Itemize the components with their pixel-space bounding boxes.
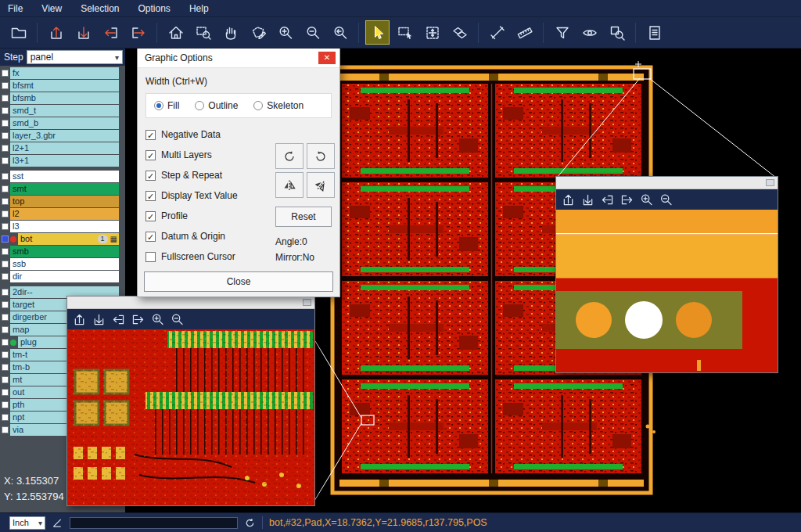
zoom-out-button[interactable]	[656, 191, 675, 208]
ruler-button[interactable]	[512, 20, 537, 45]
zoom-window-button[interactable]	[191, 20, 215, 45]
import-up-button[interactable]	[44, 20, 68, 45]
layer-visibility-checkbox[interactable]	[2, 376, 9, 383]
layer-visibility-checkbox[interactable]	[2, 301, 9, 308]
display-option-checkbox[interactable]: ✓ Profile	[145, 206, 271, 226]
window-menu-icon[interactable]	[766, 179, 774, 186]
transform-select-button[interactable]	[420, 20, 444, 45]
layer-visibility-checkbox[interactable]	[2, 173, 9, 180]
layer-visibility-checkbox[interactable]	[2, 157, 9, 164]
dialog-close-box[interactable]: ✕	[318, 52, 336, 64]
menu-item[interactable]: Selection	[81, 3, 119, 14]
layer-visibility-checkbox[interactable]	[2, 198, 9, 205]
layer-row[interactable]: l2+1 ▦	[0, 142, 125, 154]
layer-visibility-checkbox[interactable]	[2, 95, 9, 102]
snapshot-button[interactable]	[246, 20, 270, 45]
zoom-in-button[interactable]	[148, 311, 167, 328]
layer-visibility-checkbox[interactable]	[2, 389, 9, 396]
rotate-ccw-button[interactable]	[307, 143, 335, 169]
layer-visibility-checkbox[interactable]	[2, 414, 9, 421]
layer-visibility-checkbox[interactable]	[2, 351, 9, 358]
layer-visibility-checkbox[interactable]	[2, 235, 9, 243]
report-button[interactable]	[642, 20, 666, 45]
import-left-button[interactable]	[598, 191, 616, 208]
export-right-button[interactable]	[128, 311, 147, 328]
layer-visibility-checkbox[interactable]	[2, 261, 9, 268]
refresh-icon[interactable]	[244, 517, 256, 529]
layer-row[interactable]: smb ▦	[0, 246, 125, 257]
width-mode-radio[interactable]: Skeleton	[253, 100, 304, 111]
zoom-in-button[interactable]	[273, 20, 297, 45]
import-down-button[interactable]	[578, 191, 597, 208]
command-input[interactable]	[70, 517, 238, 529]
layer-visibility-checkbox[interactable]	[2, 185, 9, 192]
find-net-button[interactable]	[605, 20, 629, 45]
import-down-button[interactable]	[71, 20, 95, 45]
menu-item[interactable]: View	[41, 3, 62, 14]
home-button[interactable]	[163, 20, 188, 45]
layer-visibility-checkbox[interactable]	[2, 273, 9, 280]
layer-visibility-checkbox[interactable]	[2, 248, 9, 255]
layer-visibility-checkbox[interactable]	[2, 326, 9, 333]
magnifier-titlebar[interactable]	[67, 297, 314, 309]
zoom-in-button[interactable]	[637, 191, 656, 208]
magnifier-window-right[interactable]	[555, 176, 778, 373]
snap-angle-icon[interactable]	[52, 517, 63, 529]
export-right-button[interactable]	[617, 191, 636, 208]
layer-row[interactable]: top ▦	[0, 196, 125, 207]
layer-visibility-checkbox[interactable]	[2, 107, 9, 114]
layer-visibility-checkbox[interactable]	[2, 132, 9, 139]
layer-visibility-checkbox[interactable]	[2, 289, 9, 296]
import-left-button[interactable]	[99, 20, 123, 45]
zoom-out-button[interactable]	[300, 20, 325, 45]
layer-row[interactable]: smd_b ▦	[0, 117, 125, 129]
display-option-checkbox[interactable]: ✓ Multi Layers	[145, 145, 271, 165]
layer-row[interactable]: l3+1 ▦	[0, 155, 125, 167]
display-option-checkbox[interactable]: ✓ Datum & Origin	[145, 226, 271, 246]
magnifier-window-bottom[interactable]	[66, 296, 315, 506]
step-select[interactable]: panel ▾	[27, 50, 123, 64]
display-option-checkbox[interactable]: ✓ Step & Repeat	[145, 165, 271, 185]
select-tool-button[interactable]	[365, 20, 390, 45]
magnified-view-right[interactable]	[556, 210, 778, 372]
magnified-view-bottom[interactable]	[67, 329, 314, 505]
layer-row[interactable]: smt ▦	[0, 183, 125, 195]
pan-button[interactable]	[218, 20, 242, 45]
mirror-horizontal-button[interactable]	[275, 172, 304, 198]
menu-item[interactable]: Help	[189, 3, 209, 14]
display-option-checkbox[interactable]: ✓ Display Text Value	[145, 185, 271, 206]
layer-visibility-checkbox[interactable]	[2, 210, 9, 217]
layer-row[interactable]: layer_3.gbr ▦	[0, 130, 125, 142]
zoom-out-button[interactable]	[167, 311, 186, 328]
layer-visibility-checkbox[interactable]	[2, 145, 9, 152]
menu-item[interactable]: Options	[138, 3, 171, 14]
layer-visibility-checkbox[interactable]	[2, 70, 9, 77]
window-menu-icon[interactable]	[303, 299, 311, 306]
rect-select-button[interactable]	[393, 20, 417, 45]
reset-button[interactable]: Reset	[275, 207, 332, 227]
layer-row[interactable]: l3 ▦	[0, 221, 125, 232]
layer-row[interactable]: smd_t ▦	[0, 105, 125, 117]
zoom-previous-button[interactable]	[328, 20, 352, 45]
open-button[interactable]	[6, 20, 31, 45]
filter-button[interactable]	[550, 20, 574, 45]
layer-visibility-checkbox[interactable]	[2, 364, 9, 371]
mirror-diagonal-button[interactable]	[307, 172, 335, 198]
layer-visibility-checkbox[interactable]	[2, 120, 9, 127]
dialog-titlebar[interactable]: Graphic Options ✕	[138, 48, 339, 68]
layer-row[interactable]: ssb ▦	[0, 258, 125, 270]
width-mode-radio[interactable]: Fill	[154, 100, 179, 111]
layer-row[interactable]: sst ▦	[0, 171, 125, 182]
import-up-button[interactable]	[70, 311, 88, 328]
display-option-checkbox[interactable]: ✓ Fullscreen Cursor	[145, 246, 271, 267]
menu-item[interactable]: File	[8, 3, 23, 14]
unit-select[interactable]: Inch ▾	[9, 516, 45, 530]
import-up-button[interactable]	[559, 191, 577, 208]
dialog-close-button[interactable]: Close	[144, 271, 333, 292]
merge-layers-button[interactable]	[447, 20, 472, 45]
view-options-button[interactable]	[577, 20, 602, 45]
layer-row[interactable]: dir ▦	[0, 271, 125, 282]
layer-row[interactable]: bfsmb ▦	[0, 92, 125, 104]
import-left-button[interactable]	[109, 311, 128, 328]
layer-row[interactable]: fx ▦	[0, 67, 125, 79]
